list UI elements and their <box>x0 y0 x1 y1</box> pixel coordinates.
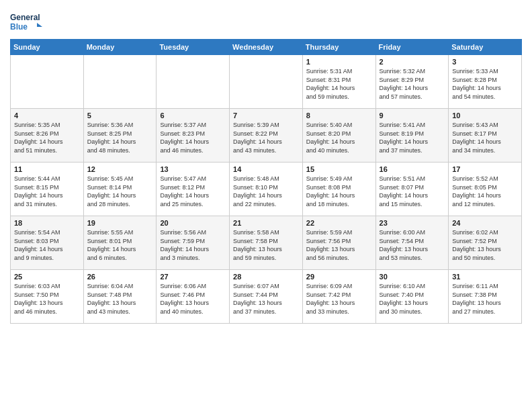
calendar-cell: 14Sunrise: 5:48 AM Sunset: 8:10 PM Dayli… <box>230 163 303 216</box>
calendar-cell <box>83 55 157 109</box>
day-number: 28 <box>233 273 299 281</box>
day-info: Sunrise: 5:37 AM Sunset: 8:23 PM Dayligh… <box>160 121 226 154</box>
calendar-cell: 5Sunrise: 5:36 AM Sunset: 8:25 PM Daylig… <box>83 109 157 163</box>
calendar-cell: 15Sunrise: 5:49 AM Sunset: 8:08 PM Dayli… <box>302 163 375 216</box>
calendar-week-5: 25Sunrise: 6:03 AM Sunset: 7:50 PM Dayli… <box>11 270 522 324</box>
weekday-header-tuesday: Tuesday <box>157 40 230 55</box>
day-info: Sunrise: 5:58 AM Sunset: 7:58 PM Dayligh… <box>233 228 299 262</box>
calendar-header-row: SundayMondayTuesdayWednesdayThursdayFrid… <box>11 40 522 55</box>
day-number: 21 <box>233 219 299 227</box>
day-number: 31 <box>452 273 518 281</box>
day-info: Sunrise: 5:40 AM Sunset: 8:20 PM Dayligh… <box>306 121 372 154</box>
day-number: 12 <box>87 165 153 173</box>
day-number: 24 <box>452 219 518 227</box>
svg-text:General: General <box>10 13 40 22</box>
page-header: GeneralBlue <box>10 7 522 34</box>
day-number: 2 <box>380 58 445 66</box>
day-number: 13 <box>160 165 226 173</box>
day-number: 23 <box>380 219 445 227</box>
calendar-cell: 19Sunrise: 5:55 AM Sunset: 8:01 PM Dayli… <box>83 216 157 270</box>
calendar-cell: 21Sunrise: 5:58 AM Sunset: 7:58 PM Dayli… <box>230 216 303 270</box>
calendar-cell: 29Sunrise: 6:09 AM Sunset: 7:42 PM Dayli… <box>302 270 375 324</box>
day-info: Sunrise: 5:49 AM Sunset: 8:08 PM Dayligh… <box>306 175 372 208</box>
weekday-header-sunday: Sunday <box>11 40 84 55</box>
calendar-cell: 18Sunrise: 5:54 AM Sunset: 8:03 PM Dayli… <box>11 216 84 270</box>
weekday-header-thursday: Thursday <box>302 40 375 55</box>
logo-svg: GeneralBlue <box>10 9 45 34</box>
calendar-cell: 2Sunrise: 5:32 AM Sunset: 8:29 PM Daylig… <box>375 55 449 109</box>
calendar-cell: 13Sunrise: 5:47 AM Sunset: 8:12 PM Dayli… <box>157 163 230 216</box>
calendar-week-3: 11Sunrise: 5:44 AM Sunset: 8:15 PM Dayli… <box>11 163 522 216</box>
day-number: 20 <box>160 219 226 227</box>
calendar-cell: 31Sunrise: 6:11 AM Sunset: 7:38 PM Dayli… <box>449 270 522 324</box>
calendar-cell <box>11 55 84 109</box>
calendar-cell: 7Sunrise: 5:39 AM Sunset: 8:22 PM Daylig… <box>230 109 303 163</box>
day-info: Sunrise: 5:36 AM Sunset: 8:25 PM Dayligh… <box>87 121 153 154</box>
calendar-cell: 11Sunrise: 5:44 AM Sunset: 8:15 PM Dayli… <box>11 163 84 216</box>
calendar-cell: 3Sunrise: 5:33 AM Sunset: 8:28 PM Daylig… <box>449 55 522 109</box>
day-number: 29 <box>306 273 372 281</box>
calendar-cell: 10Sunrise: 5:43 AM Sunset: 8:17 PM Dayli… <box>449 109 522 163</box>
calendar-week-2: 4Sunrise: 5:35 AM Sunset: 8:26 PM Daylig… <box>11 109 522 163</box>
day-number: 7 <box>233 111 299 120</box>
day-number: 9 <box>380 111 445 120</box>
day-number: 25 <box>14 273 80 281</box>
day-info: Sunrise: 5:54 AM Sunset: 8:03 PM Dayligh… <box>14 228 80 262</box>
day-info: Sunrise: 6:10 AM Sunset: 7:40 PM Dayligh… <box>380 282 445 316</box>
day-info: Sunrise: 6:06 AM Sunset: 7:46 PM Dayligh… <box>160 282 226 316</box>
calendar-cell: 16Sunrise: 5:51 AM Sunset: 8:07 PM Dayli… <box>375 163 449 216</box>
day-info: Sunrise: 6:02 AM Sunset: 7:52 PM Dayligh… <box>452 228 518 262</box>
calendar-week-4: 18Sunrise: 5:54 AM Sunset: 8:03 PM Dayli… <box>11 216 522 270</box>
weekday-header-saturday: Saturday <box>449 40 522 55</box>
calendar-cell: 30Sunrise: 6:10 AM Sunset: 7:40 PM Dayli… <box>375 270 449 324</box>
svg-marker-2 <box>37 23 42 27</box>
day-number: 18 <box>14 219 80 227</box>
calendar-cell: 23Sunrise: 6:00 AM Sunset: 7:54 PM Dayli… <box>375 216 449 270</box>
day-info: Sunrise: 5:43 AM Sunset: 8:17 PM Dayligh… <box>452 121 518 154</box>
day-number: 22 <box>306 219 372 227</box>
day-number: 11 <box>14 165 80 173</box>
day-number: 30 <box>380 273 445 281</box>
day-number: 27 <box>160 273 226 281</box>
calendar-cell: 1Sunrise: 5:31 AM Sunset: 8:31 PM Daylig… <box>302 55 375 109</box>
calendar-cell: 24Sunrise: 6:02 AM Sunset: 7:52 PM Dayli… <box>449 216 522 270</box>
day-info: Sunrise: 5:44 AM Sunset: 8:15 PM Dayligh… <box>14 175 80 208</box>
calendar-table: SundayMondayTuesdayWednesdayThursdayFrid… <box>10 39 522 324</box>
day-info: Sunrise: 5:52 AM Sunset: 8:05 PM Dayligh… <box>452 175 518 208</box>
weekday-header-wednesday: Wednesday <box>230 40 303 55</box>
day-number: 14 <box>233 165 299 173</box>
day-number: 6 <box>160 111 226 120</box>
calendar-cell: 27Sunrise: 6:06 AM Sunset: 7:46 PM Dayli… <box>157 270 230 324</box>
calendar-cell: 26Sunrise: 6:04 AM Sunset: 7:48 PM Dayli… <box>83 270 157 324</box>
day-info: Sunrise: 5:45 AM Sunset: 8:14 PM Dayligh… <box>87 175 153 208</box>
day-number: 17 <box>452 165 518 173</box>
calendar-cell: 8Sunrise: 5:40 AM Sunset: 8:20 PM Daylig… <box>302 109 375 163</box>
day-number: 8 <box>306 111 372 120</box>
calendar-cell: 12Sunrise: 5:45 AM Sunset: 8:14 PM Dayli… <box>83 163 157 216</box>
svg-text:Blue: Blue <box>10 22 28 32</box>
day-number: 16 <box>380 165 445 173</box>
calendar-cell: 9Sunrise: 5:41 AM Sunset: 8:19 PM Daylig… <box>375 109 449 163</box>
day-number: 3 <box>452 58 518 66</box>
calendar-cell: 20Sunrise: 5:56 AM Sunset: 7:59 PM Dayli… <box>157 216 230 270</box>
calendar-cell: 25Sunrise: 6:03 AM Sunset: 7:50 PM Dayli… <box>11 270 84 324</box>
weekday-header-friday: Friday <box>375 40 449 55</box>
calendar-cell: 22Sunrise: 5:59 AM Sunset: 7:56 PM Dayli… <box>302 216 375 270</box>
day-info: Sunrise: 5:31 AM Sunset: 8:31 PM Dayligh… <box>306 67 372 101</box>
day-info: Sunrise: 5:56 AM Sunset: 7:59 PM Dayligh… <box>160 228 226 262</box>
day-number: 10 <box>452 111 518 120</box>
day-number: 19 <box>87 219 153 227</box>
day-number: 1 <box>306 58 372 66</box>
day-number: 5 <box>87 111 153 120</box>
day-info: Sunrise: 6:11 AM Sunset: 7:38 PM Dayligh… <box>452 282 518 316</box>
calendar-cell <box>157 55 230 109</box>
day-info: Sunrise: 5:55 AM Sunset: 8:01 PM Dayligh… <box>87 228 153 262</box>
day-info: Sunrise: 5:59 AM Sunset: 7:56 PM Dayligh… <box>306 228 372 262</box>
logo: GeneralBlue <box>10 9 45 34</box>
day-info: Sunrise: 5:33 AM Sunset: 8:28 PM Dayligh… <box>452 67 518 101</box>
calendar-cell: 17Sunrise: 5:52 AM Sunset: 8:05 PM Dayli… <box>449 163 522 216</box>
weekday-header-monday: Monday <box>83 40 157 55</box>
day-info: Sunrise: 6:07 AM Sunset: 7:44 PM Dayligh… <box>233 282 299 316</box>
day-info: Sunrise: 5:51 AM Sunset: 8:07 PM Dayligh… <box>380 175 445 208</box>
calendar-cell <box>230 55 303 109</box>
